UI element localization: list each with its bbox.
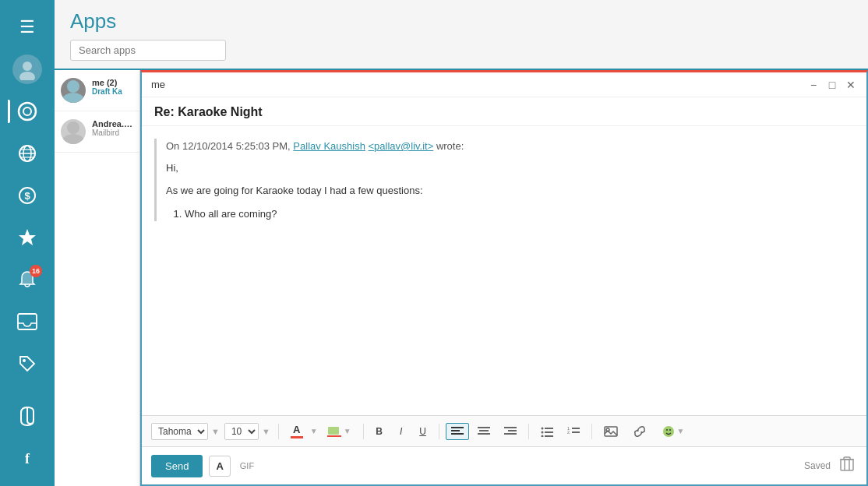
svg-rect-18	[328, 427, 339, 435]
underline-button[interactable]: U	[414, 423, 432, 440]
align-left-button[interactable]	[446, 423, 469, 440]
font-color-indicator: A	[291, 424, 303, 438]
svg-point-13	[23, 359, 26, 362]
money-icon[interactable]: $	[8, 176, 47, 215]
svg-point-41	[663, 426, 674, 437]
font-color-button[interactable]: A	[285, 421, 309, 442]
image-button[interactable]	[598, 423, 623, 440]
svg-rect-20	[451, 427, 464, 428]
svg-rect-32	[545, 431, 553, 433]
notification-icon[interactable]: 16	[8, 260, 47, 299]
send-button[interactable]: Send	[151, 455, 203, 477]
bold-button[interactable]: B	[370, 423, 389, 440]
svg-point-29	[541, 427, 543, 429]
svg-rect-30	[545, 428, 553, 429]
email-body[interactable]: On 12/10/2014 5:25:03 PM, Pallav Kaushis…	[142, 126, 866, 415]
svg-point-33	[541, 435, 543, 437]
numbered-list-button[interactable]: 1. 2.	[562, 423, 585, 440]
svg-point-14	[67, 80, 79, 93]
highlight-button[interactable]: ▼	[321, 422, 357, 441]
svg-rect-25	[478, 433, 490, 435]
user-avatar	[12, 55, 42, 84]
align-right-button[interactable]	[499, 423, 522, 440]
font-group: Tahoma ▼	[151, 423, 221, 440]
menu-icon[interactable]: ☰	[8, 8, 47, 47]
svg-point-31	[541, 431, 543, 433]
list-item[interactable]: me (2) Draft Ka	[55, 70, 139, 111]
svg-text:$: $	[24, 190, 30, 202]
apps-header: Apps	[55, 0, 868, 70]
svg-rect-36	[572, 428, 580, 429]
align-center-button[interactable]	[472, 423, 496, 440]
saved-status: Saved	[804, 460, 831, 471]
link-button[interactable]	[626, 423, 653, 440]
email-from: Andrea... n	[92, 119, 133, 129]
toolbar-separator-1	[278, 424, 279, 439]
tag-icon[interactable]	[8, 344, 47, 383]
quote-email-link[interactable]: <pallav@liv.it>	[368, 140, 433, 152]
main-content: Apps me (2) Draft Ka Andrea... n	[55, 0, 868, 486]
window-controls: − □ ✕	[807, 79, 857, 91]
bullet-list-button[interactable]	[535, 423, 559, 440]
email-list: me (2) Draft Ka Andrea... n Mailbird	[55, 70, 140, 486]
email-subject-preview2: Mailbird	[92, 129, 133, 137]
restore-button[interactable]: □	[826, 79, 838, 91]
spell-check-button[interactable]: A	[209, 456, 230, 477]
quote-block: On 12/10/2014 5:25:03 PM, Pallav Kaushis…	[154, 139, 854, 221]
quote-header: On 12/10/2014 5:25:03 PM, Pallav Kaushis…	[166, 139, 854, 154]
svg-rect-44	[841, 460, 853, 470]
globe-icon[interactable]	[8, 134, 47, 173]
quote-wrote: wrote:	[436, 140, 464, 152]
color-bar	[291, 436, 303, 438]
quote-list: Who all are coming?	[166, 206, 854, 222]
inbox-icon[interactable]	[8, 302, 47, 341]
sidebar-bottom: f	[8, 397, 47, 486]
facebook-icon[interactable]: f	[8, 439, 47, 478]
quote-list-item: Who all are coming?	[185, 206, 854, 222]
svg-point-1	[19, 72, 35, 80]
attachment-icon[interactable]	[8, 397, 47, 436]
compose-toolbar: Tahoma ▼ 10 ▼ A	[142, 415, 866, 446]
svg-rect-26	[504, 427, 517, 428]
quote-body-2: As we are going for Karaoke today I had …	[166, 183, 854, 199]
svg-point-42	[666, 429, 668, 431]
font-size-group: 10 ▼	[224, 423, 272, 440]
emoji-button[interactable]: ▼	[656, 421, 690, 442]
svg-point-2	[19, 103, 36, 120]
minimize-button[interactable]: −	[807, 79, 820, 91]
window-title: me	[151, 79, 165, 90]
spiral-icon[interactable]	[8, 92, 47, 131]
email-from: me (2)	[92, 78, 133, 87]
delete-button[interactable]	[837, 453, 857, 478]
svg-rect-22	[451, 433, 464, 435]
close-button[interactable]: ✕	[845, 79, 857, 91]
svg-point-3	[23, 107, 31, 115]
subject-text: Re: Karaoke Night	[154, 105, 854, 119]
toolbar-separator-2	[363, 424, 364, 439]
email-subject-preview: Draft Ka	[92, 87, 133, 96]
email-area: me (2) Draft Ka Andrea... n Mailbird me	[55, 70, 868, 486]
avatar-icon[interactable]	[8, 50, 47, 89]
email-info: me (2) Draft Ka	[92, 78, 133, 96]
svg-point-43	[669, 429, 671, 431]
svg-rect-38	[572, 431, 580, 433]
italic-button[interactable]: I	[392, 423, 411, 440]
font-family-select[interactable]: Tahoma	[151, 423, 208, 440]
gif-button[interactable]: GIF	[237, 460, 257, 472]
svg-rect-21	[451, 430, 460, 431]
window-titlebar: me − □ ✕	[142, 72, 866, 97]
svg-rect-23	[478, 427, 490, 428]
svg-point-16	[67, 122, 79, 134]
svg-rect-24	[479, 430, 489, 431]
search-input[interactable]	[70, 40, 226, 61]
font-size-select[interactable]: 10	[224, 423, 259, 440]
email-subject: Re: Karaoke Night	[142, 97, 866, 126]
svg-point-0	[23, 62, 32, 71]
sidebar: ☰ $ 16	[0, 0, 55, 486]
toolbar-separator-5	[591, 424, 592, 439]
email-info: Andrea... n Mailbird	[92, 119, 133, 137]
list-item[interactable]: Andrea... n Mailbird	[55, 111, 139, 153]
star-icon[interactable]	[8, 218, 47, 257]
quote-date: On 12/10/2014 5:25:03 PM,	[166, 140, 291, 152]
quote-sender-name[interactable]: Pallav Kaushish	[293, 140, 365, 152]
